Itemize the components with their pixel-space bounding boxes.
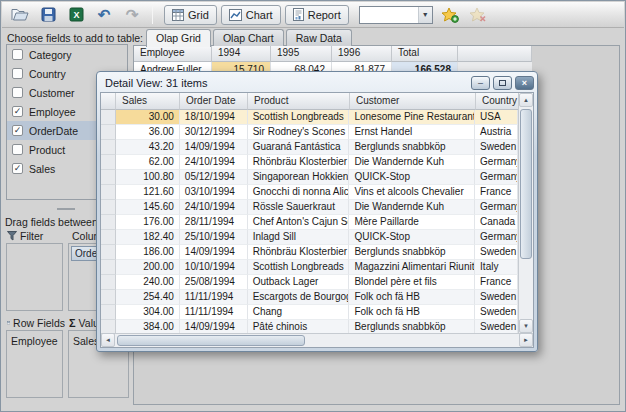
detail-cell: Germany bbox=[475, 170, 518, 185]
scroll-right-icon[interactable]: ► bbox=[519, 333, 533, 347]
checkbox-category[interactable] bbox=[12, 49, 23, 60]
detail-column-header-country[interactable]: Country bbox=[476, 93, 519, 110]
detail-row[interactable]: 176.0028/11/1994Chef Anton's Cajun Seaso… bbox=[101, 215, 518, 230]
splitter-handle[interactable] bbox=[57, 208, 75, 210]
detail-cell: Canada bbox=[475, 215, 518, 230]
detail-view-titlebar[interactable]: Detail View: 31 items – × bbox=[100, 74, 534, 92]
detail-cell: Vins et alcools Chevalier bbox=[349, 185, 475, 200]
pivot-column-header[interactable]: Employee bbox=[134, 46, 212, 62]
field-chip-employee[interactable]: Employee bbox=[7, 331, 62, 347]
pivot-column-header[interactable]: 1996 bbox=[332, 46, 392, 62]
detail-cell: Escargots de Bourgogne bbox=[248, 290, 350, 305]
detail-row[interactable]: 384.0014/09/1994Pâté chinoisBerglunds sn… bbox=[101, 320, 518, 333]
detail-cell: 24/10/1994 bbox=[180, 155, 248, 170]
detail-row[interactable]: 100.8005/12/1994Singaporean Hokkien Frie… bbox=[101, 170, 518, 185]
detail-cell: Chef Anton's Cajun Seasoning bbox=[248, 215, 350, 230]
horizontal-scrollbar[interactable]: ◄ ► bbox=[101, 333, 533, 347]
detail-cell: USA bbox=[475, 110, 518, 125]
pivot-column-header[interactable]: 1995 bbox=[271, 46, 332, 62]
detail-row[interactable]: 240.0025/08/1994Outback LagerBlondel pèr… bbox=[101, 275, 518, 290]
row-fields-drop-area[interactable]: Employee bbox=[6, 330, 63, 398]
detail-cell: Guaraná Fantástica bbox=[248, 140, 350, 155]
chevron-down-icon[interactable]: ▼ bbox=[418, 7, 432, 23]
close-button[interactable]: × bbox=[515, 76, 534, 90]
pivot-column-header[interactable] bbox=[458, 46, 532, 62]
detail-cell: Inlagd Sill bbox=[248, 230, 350, 245]
checkbox-orderdate[interactable]: ✓ bbox=[12, 125, 23, 136]
detail-row[interactable]: 254.4011/11/1994Escargots de BourgogneFo… bbox=[101, 290, 518, 305]
detail-row[interactable]: 36.0030/12/1994Sir Rodney's SconesErnst … bbox=[101, 125, 518, 140]
horizontal-scroll-thumb[interactable] bbox=[117, 335, 305, 346]
detail-column-header-sales[interactable]: Sales bbox=[116, 93, 180, 110]
detail-column-header-order-date[interactable]: Order Date bbox=[180, 93, 248, 110]
chart-toggle-button[interactable]: Chart bbox=[221, 5, 281, 25]
detail-cell: QUICK-Stop bbox=[349, 230, 475, 245]
detail-column-header-product[interactable]: Product bbox=[248, 93, 350, 110]
pivot-column-header[interactable]: 1994 bbox=[212, 46, 271, 62]
scroll-down-icon[interactable]: ▼ bbox=[519, 319, 533, 333]
row-indicator bbox=[101, 305, 116, 320]
detail-row[interactable]: 200.0010/10/1994Scottish LongbreadsMagaz… bbox=[101, 260, 518, 275]
detail-cell: 03/10/1994 bbox=[180, 185, 248, 200]
scroll-up-icon[interactable]: ▲ bbox=[519, 93, 533, 107]
detail-row[interactable]: 43.2014/09/1994Guaraná FantásticaBerglun… bbox=[101, 140, 518, 155]
detail-cell: 25/10/1994 bbox=[180, 230, 248, 245]
grid-toggle-button[interactable]: Grid bbox=[164, 5, 217, 25]
detail-row[interactable]: 145.6024/10/1994Rössle SauerkrautDie Wan… bbox=[101, 200, 518, 215]
detail-row[interactable]: 186.0014/09/1994Rhönbräu KlosterbierBerg… bbox=[101, 245, 518, 260]
checkbox-sales[interactable]: ✓ bbox=[12, 163, 23, 174]
save-icon[interactable] bbox=[38, 6, 58, 24]
field-list-item-category[interactable]: Category bbox=[7, 45, 127, 64]
detail-cell: 28/11/1994 bbox=[180, 215, 248, 230]
detail-row[interactable]: 30.0018/10/1994Scottish LongbreadsLoneso… bbox=[101, 110, 518, 125]
row-indicator bbox=[101, 185, 116, 200]
detail-cell: Sweden bbox=[475, 140, 518, 155]
row-indicator bbox=[101, 215, 116, 230]
detail-row[interactable]: 121.6003/10/1994Gnocchi di nonna AliceVi… bbox=[101, 185, 518, 200]
tab-raw-data[interactable]: Raw Data bbox=[286, 29, 352, 46]
maximize-icon bbox=[499, 80, 506, 86]
detail-column-header-customer[interactable]: Customer bbox=[350, 93, 476, 110]
scroll-left-icon[interactable]: ◄ bbox=[101, 333, 115, 347]
tab-olap-chart[interactable]: Olap Chart bbox=[213, 29, 284, 46]
detail-cell: Outback Lager bbox=[248, 275, 350, 290]
vertical-scrollbar[interactable]: ▲ ▼ bbox=[518, 93, 533, 333]
vertical-scroll-thumb[interactable] bbox=[520, 109, 532, 259]
checkbox-country[interactable] bbox=[12, 68, 23, 79]
detail-view-window: Detail View: 31 items – × SalesOrder Dat… bbox=[96, 71, 538, 352]
detail-row[interactable]: 182.4025/10/1994Inlagd SillQUICK-StopGer… bbox=[101, 230, 518, 245]
open-file-icon[interactable] bbox=[10, 6, 30, 24]
view-selector-combobox[interactable]: ▼ bbox=[359, 6, 433, 24]
checkbox-product[interactable] bbox=[12, 144, 23, 155]
detail-cell: 62.00 bbox=[116, 155, 180, 170]
detail-grid-header: SalesOrder DateProductCustomerCountry bbox=[101, 93, 533, 110]
detail-cell: 186.00 bbox=[116, 245, 180, 260]
detail-cell: Austria bbox=[475, 125, 518, 140]
detail-row[interactable]: 304.0011/11/1994ChangFolk och fä HBSwede… bbox=[101, 305, 518, 320]
pivot-column-header[interactable]: Total bbox=[392, 46, 458, 62]
tab-strip: Olap GridOlap ChartRaw Data bbox=[146, 29, 354, 47]
report-toggle-button[interactable]: Report bbox=[285, 5, 349, 25]
undo-icon[interactable]: ↶ bbox=[94, 6, 114, 24]
filter-drop-area[interactable] bbox=[6, 243, 63, 311]
detail-row[interactable]: 62.0024/10/1994Rhönbräu KlosterbierDie W… bbox=[101, 155, 518, 170]
maximize-button[interactable] bbox=[493, 76, 512, 90]
add-view-star-icon[interactable] bbox=[441, 6, 461, 24]
detail-cell: 200.00 bbox=[116, 260, 180, 275]
filter-icon bbox=[7, 231, 17, 241]
sigma-icon: Σ bbox=[69, 317, 76, 329]
detail-cell: Italy bbox=[475, 260, 518, 275]
detail-cell: France bbox=[475, 275, 518, 290]
detail-cell: 10/10/1994 bbox=[180, 260, 248, 275]
tab-olap-grid[interactable]: Olap Grid bbox=[146, 29, 211, 47]
checkbox-employee[interactable]: ✓ bbox=[12, 106, 23, 117]
row-indicator bbox=[101, 290, 116, 305]
detail-cell: Sweden bbox=[475, 305, 518, 320]
grid-button-label: Grid bbox=[188, 9, 209, 21]
minimize-button[interactable]: – bbox=[471, 76, 490, 90]
field-label: Category bbox=[29, 49, 72, 61]
report-icon bbox=[293, 8, 304, 21]
checkbox-customer[interactable] bbox=[12, 87, 23, 98]
export-excel-icon[interactable]: X bbox=[66, 6, 86, 24]
detail-cell: Berglunds snabbköp bbox=[349, 245, 475, 260]
